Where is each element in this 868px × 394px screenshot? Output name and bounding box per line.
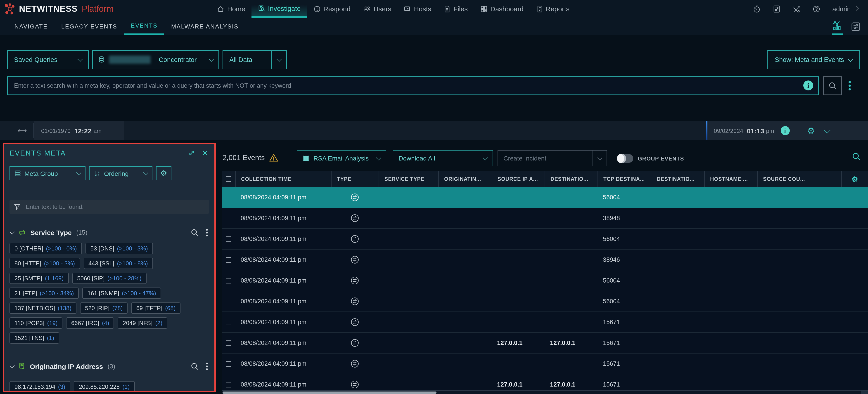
table-row[interactable]: 08/08/2024 04:09:11 pm 56004 [222, 229, 868, 250]
help-icon[interactable] [812, 5, 820, 13]
select-all-checkbox[interactable] [226, 176, 231, 182]
meta-chip[interactable]: 209.85.220.228(1) [74, 381, 135, 392]
table-row[interactable]: 08/08/2024 04:09:11 pm 15671 [222, 354, 868, 374]
timer-icon[interactable] [753, 5, 761, 13]
collapse-chevron-icon[interactable] [10, 363, 15, 368]
horizontal-scrollbar[interactable] [222, 390, 868, 394]
row-checkbox[interactable] [226, 361, 231, 366]
meta-chip[interactable]: 25 [SMTP](1,169) [9, 273, 68, 284]
col-originating-ip[interactable]: ORIGINATIN... [438, 171, 492, 187]
row-checkbox[interactable] [226, 236, 231, 242]
ordering-dropdown[interactable]: az Ordering [89, 166, 152, 180]
meta-settings-gear-icon[interactable]: ⚙ [156, 166, 172, 180]
meta-chip[interactable]: 5060 [SIP](>100 - 28%) [72, 273, 146, 284]
download-all-dropdown[interactable]: Download All [393, 150, 493, 166]
nav-item-users[interactable]: Users [357, 0, 398, 18]
meta-chip[interactable]: 443 [SSL](>100 - 8%) [84, 258, 153, 269]
query-menu-kebab[interactable] [848, 79, 851, 92]
col-type[interactable]: TYPE [331, 171, 379, 187]
close-panel-icon[interactable]: ✕ [202, 150, 208, 157]
analysis-profile-dropdown[interactable]: RSA Email Analysis [297, 150, 386, 166]
table-row[interactable]: 08/08/2024 04:09:11 pm 15671 [222, 312, 868, 333]
meta-group-dropdown[interactable]: Meta Group [9, 166, 86, 180]
tab-malware-analysis[interactable]: MALWARE ANALYSIS [164, 18, 245, 35]
tab-navigate[interactable]: NAVIGATE [8, 18, 55, 35]
row-checkbox[interactable] [226, 278, 231, 283]
section-search-icon[interactable] [191, 362, 198, 370]
preferences-icon[interactable] [773, 5, 781, 13]
row-checkbox[interactable] [226, 257, 231, 262]
meta-chip[interactable]: 80 [HTTP](>100 - 3%) [9, 258, 80, 269]
warning-icon[interactable] [269, 154, 278, 162]
meta-chip[interactable]: 6667 [IRC](4) [66, 317, 114, 329]
meta-chip[interactable]: 21 [FTP](>100 - 34%) [9, 288, 79, 299]
create-incident-dropdown[interactable]: Create Incident [498, 150, 607, 166]
timeline-resize-handle[interactable] [17, 127, 27, 134]
col-destination-2[interactable]: DESTINATIO... [651, 171, 704, 187]
nav-item-respond[interactable]: Respond [307, 0, 357, 18]
table-row[interactable]: 08/08/2024 04:09:11 pm 38946 [222, 250, 868, 270]
tab-events[interactable]: EVENTS [124, 18, 164, 35]
meta-filter-input[interactable] [25, 203, 205, 211]
table-row[interactable]: 08/08/2024 04:09:11 pm 56004 [222, 270, 868, 291]
row-checkbox[interactable] [226, 195, 231, 200]
meta-chip[interactable]: 69 [TFTP](68) [131, 302, 181, 314]
meta-chip[interactable]: 2049 [NFS](2) [118, 317, 167, 329]
timeline-collapse-chevron-icon[interactable] [824, 127, 830, 133]
time-range-chevron[interactable] [271, 51, 286, 69]
events-search-button[interactable] [852, 152, 861, 161]
row-checkbox[interactable] [226, 216, 231, 221]
nav-item-files[interactable]: Files [438, 0, 474, 18]
meta-chip[interactable]: 110 [POP3](19) [9, 317, 63, 329]
table-row[interactable]: 08/08/2024 04:09:11 pm 127.0.0.1 127.0.0… [222, 333, 868, 354]
select-all-checkbox-cell[interactable] [222, 171, 235, 187]
col-hostname[interactable]: HOSTNAME ... [704, 171, 757, 187]
saved-queries-dropdown[interactable]: Saved Queries [7, 50, 89, 69]
row-checkbox[interactable] [226, 340, 231, 346]
show-meta-events-dropdown[interactable]: Show: Meta and Events [767, 50, 860, 69]
col-destination-ip[interactable]: DESTINATIO... [545, 171, 597, 187]
meta-chip[interactable]: 161 [SNMP](>100 - 47%) [83, 288, 161, 299]
expand-panel-icon[interactable] [189, 150, 194, 156]
timeline-selection-marker[interactable] [706, 121, 707, 140]
meta-chip[interactable]: 53 [DNS](>100 - 3%) [86, 243, 153, 254]
nav-item-reports[interactable]: Reports [530, 0, 576, 18]
meta-chip[interactable]: 137 [NETBIOS](138) [9, 302, 76, 314]
events-chart-toggle[interactable] [832, 18, 843, 35]
nav-item-dashboard[interactable]: Dashboard [474, 0, 530, 18]
time-range-dropdown[interactable]: All Data [222, 50, 287, 69]
service-dropdown[interactable]: - Concentrator [92, 50, 219, 69]
query-search-input[interactable] [7, 76, 819, 95]
row-checkbox[interactable] [226, 299, 231, 304]
meta-chip[interactable]: 520 [RIP](78) [80, 302, 128, 314]
scrollbar-thumb[interactable] [222, 391, 436, 394]
tab-legacy-events[interactable]: LEGACY EVENTS [55, 18, 124, 35]
query-info-icon[interactable]: i [803, 80, 813, 91]
timeline-settings-gear-icon[interactable]: ⚙ [807, 126, 815, 135]
table-row[interactable]: 08/08/2024 04:09:11 pm 56004 [222, 291, 868, 312]
section-menu-kebab[interactable] [206, 361, 208, 371]
table-row[interactable]: 08/08/2024 04:09:11 pm 38948 [222, 208, 868, 229]
col-collection-time[interactable]: COLLECTION TIME [235, 171, 331, 187]
meta-chip[interactable]: 1521 [TNS](1) [9, 332, 59, 343]
section-search-icon[interactable] [191, 229, 198, 236]
col-tcp-destination-port[interactable]: TCP DESTINA... [597, 171, 651, 187]
nav-item-investigate[interactable]: Investigate [252, 0, 307, 18]
col-source-ip[interactable]: SOURCE IP A... [492, 171, 545, 187]
col-service-type[interactable]: SERVICE TYPE [379, 171, 438, 187]
nav-item-hosts[interactable]: Hosts [398, 0, 438, 18]
meta-chip[interactable]: 0 [OTHER](>100 - 0%) [9, 243, 82, 254]
table-settings-gear-icon[interactable]: ⚙ [841, 171, 868, 187]
tools-icon[interactable] [793, 5, 801, 13]
row-checkbox[interactable] [226, 319, 231, 325]
table-row[interactable]: 08/08/2024 04:09:11 pm 56004 [222, 187, 868, 208]
timeline-start[interactable]: 01/01/1970 12:22 am [34, 121, 124, 140]
col-source-country[interactable]: SOURCE COU... [757, 171, 841, 187]
group-events-toggle[interactable] [617, 154, 633, 163]
row-checkbox[interactable] [226, 382, 231, 387]
nav-item-home[interactable]: Home [211, 0, 252, 18]
meta-chip[interactable]: 98.172.153.194(3) [9, 381, 70, 392]
timeline-info-icon[interactable]: i [780, 126, 789, 135]
collapse-chevron-icon[interactable] [10, 229, 15, 234]
user-menu[interactable]: admin [832, 5, 858, 13]
